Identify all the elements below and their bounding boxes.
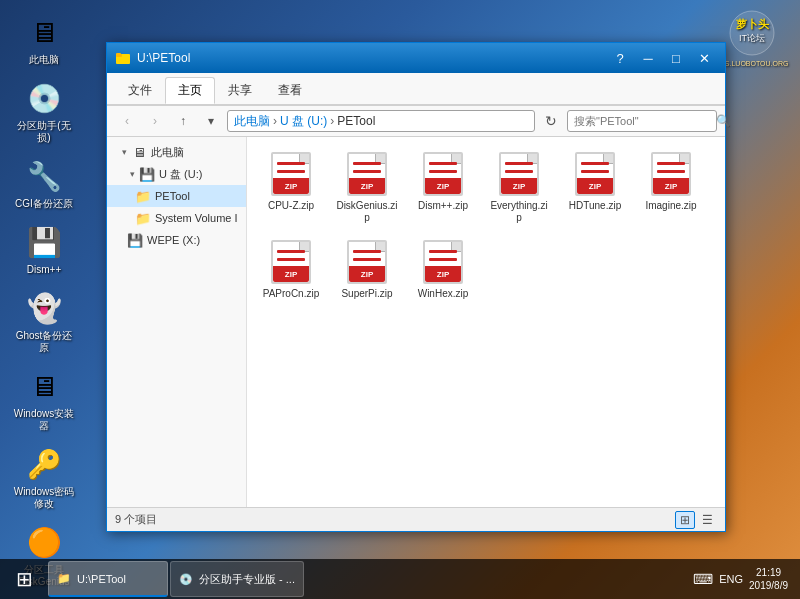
- breadcrumb-thispc[interactable]: 此电脑: [234, 113, 270, 130]
- file-item-5[interactable]: ZIP Imagine.zip: [635, 145, 707, 229]
- ghost-label: Ghost备份还原: [12, 330, 76, 354]
- sidebar-label-thispc: 此电脑: [151, 145, 184, 160]
- dism-icon: 💾: [24, 222, 64, 262]
- this-pc-icon: 🖥: [24, 12, 64, 52]
- sidebar-item-systemvolume[interactable]: 📁 System Volume I: [107, 207, 246, 229]
- tab-file[interactable]: 文件: [115, 77, 165, 104]
- address-bar: ‹ › ↑ ▾ 此电脑 › U 盘 (U:) › PETool ↻ 🔍: [107, 106, 725, 137]
- sidebar-label-udisk: U 盘 (U:): [159, 167, 202, 182]
- start-button[interactable]: ⊞: [4, 561, 44, 597]
- main-content: ▾ 🖥 此电脑 ▾ 💾 U 盘 (U:) 📁 PETool 📁 System V…: [107, 137, 725, 507]
- zip-icon-8: ZIP: [419, 238, 467, 286]
- taskbar-app-explorer-icon: 📁: [57, 572, 71, 585]
- file-item-1[interactable]: ZIP DiskGenius.zip: [331, 145, 403, 229]
- large-icons-button[interactable]: ⊞: [675, 511, 695, 529]
- file-item-8[interactable]: ZIP WinHex.zip: [407, 233, 479, 305]
- help-button[interactable]: ?: [607, 48, 633, 68]
- udisk-icon: 💾: [139, 166, 155, 182]
- sidebar-label-petool: PETool: [155, 190, 190, 202]
- windows-pwd-icon: 🔑: [24, 444, 64, 484]
- file-name-0: CPU-Z.zip: [268, 200, 314, 212]
- desktop-icon-partition-helper[interactable]: 💿 分区助手(无损): [8, 74, 80, 148]
- ghost-icon: 👻: [24, 288, 64, 328]
- file-item-4[interactable]: ZIP HDTune.zip: [559, 145, 631, 229]
- desktop-icon-area: 🖥 此电脑 💿 分区助手(无损) 🔧 CGI备份还原 💾 Dism++ 👻 Gh…: [8, 8, 80, 592]
- file-name-4: HDTune.zip: [569, 200, 621, 212]
- file-item-6[interactable]: ZIP PAProCn.zip: [255, 233, 327, 305]
- taskbar-app-explorer[interactable]: 📁 U:\PETool: [48, 561, 168, 597]
- windows-install-icon: 🖥: [24, 366, 64, 406]
- close-button[interactable]: ✕: [691, 48, 717, 68]
- zip-icon-0: ZIP: [267, 150, 315, 198]
- ribbon-tabs: 文件 主页 共享 查看: [107, 73, 725, 105]
- explorer-window: U:\PETool ? ─ □ ✕ 文件 主页 共享 查看 ‹ › ↑ ▾: [106, 42, 726, 532]
- svg-text:BBS.LUOBOTOU.ORG: BBS.LUOBOTOU.ORG: [716, 60, 789, 67]
- wepe-icon: 💾: [127, 232, 143, 248]
- dism-label: Dism++: [27, 264, 61, 276]
- desktop-icon-dism[interactable]: 💾 Dism++: [8, 218, 80, 280]
- sidebar-label-wepe: WEPE (X:): [147, 234, 200, 246]
- desktop-icon-ghost[interactable]: 👻 Ghost备份还原: [8, 284, 80, 358]
- sidebar-label-systemvolume: System Volume I: [155, 212, 238, 224]
- zip-icon-3: ZIP: [495, 150, 543, 198]
- tray-date-value: 2019/8/9: [749, 579, 788, 592]
- file-item-7[interactable]: ZIP SuperPi.zip: [331, 233, 403, 305]
- desktop-icon-windows-pwd[interactable]: 🔑 Windows密码修改: [8, 440, 80, 514]
- up-button[interactable]: ↑: [171, 110, 195, 132]
- back-button[interactable]: ‹: [115, 110, 139, 132]
- this-pc-label: 此电脑: [29, 54, 59, 66]
- file-item-2[interactable]: ZIP Dism++.zip: [407, 145, 479, 229]
- minimize-button[interactable]: ─: [635, 48, 661, 68]
- diskgenius-icon: 🟠: [24, 522, 64, 562]
- file-name-3: Everything.zip: [488, 200, 550, 224]
- systemvolume-icon: 📁: [135, 210, 151, 226]
- partition-helper-icon: 💿: [24, 78, 64, 118]
- file-name-8: WinHex.zip: [418, 288, 469, 300]
- sidebar-item-thispc[interactable]: ▾ 🖥 此电脑: [107, 141, 246, 163]
- ribbon: 文件 主页 共享 查看: [107, 73, 725, 106]
- taskbar: ⊞ 📁 U:\PETool 💿 分区助手专业版 - ... ⌨ ENG 21:1…: [0, 559, 800, 599]
- zip-icon-6: ZIP: [267, 238, 315, 286]
- file-name-6: PAProCn.zip: [263, 288, 320, 300]
- desktop: 🖥 此电脑 💿 分区助手(无损) 🔧 CGI备份还原 💾 Dism++ 👻 Gh…: [0, 0, 800, 599]
- taskbar-app-partition-label: 分区助手专业版 - ...: [199, 572, 295, 587]
- petool-icon: 📁: [135, 188, 151, 204]
- search-input[interactable]: [574, 115, 712, 127]
- list-view-button[interactable]: ☰: [697, 511, 717, 529]
- file-item-3[interactable]: ZIP Everything.zip: [483, 145, 555, 229]
- tab-view[interactable]: 查看: [265, 77, 315, 104]
- desktop-icon-windows-install[interactable]: 🖥 Windows安装器: [8, 362, 80, 436]
- file-name-5: Imagine.zip: [645, 200, 696, 212]
- location-button[interactable]: ▾: [199, 110, 223, 132]
- maximize-button[interactable]: □: [663, 48, 689, 68]
- svg-rect-6: [116, 53, 121, 56]
- taskbar-app-partition[interactable]: 💿 分区助手专业版 - ...: [170, 561, 304, 597]
- status-count: 9 个项目: [115, 512, 675, 527]
- tab-home[interactable]: 主页: [165, 77, 215, 104]
- zip-icon-1: ZIP: [343, 150, 391, 198]
- title-bar: U:\PETool ? ─ □ ✕: [107, 43, 725, 73]
- desktop-icon-this-pc[interactable]: 🖥 此电脑: [8, 8, 80, 70]
- breadcrumb-udisk[interactable]: U 盘 (U:): [280, 113, 327, 130]
- sidebar-item-udisk[interactable]: ▾ 💾 U 盘 (U:): [107, 163, 246, 185]
- sidebar-item-petool[interactable]: 📁 PETool: [107, 185, 246, 207]
- sidebar-item-wepe[interactable]: 💾 WEPE (X:): [107, 229, 246, 251]
- file-item-0[interactable]: ZIP CPU-Z.zip: [255, 145, 327, 229]
- forward-button[interactable]: ›: [143, 110, 167, 132]
- tray-time-value: 21:19: [749, 566, 788, 579]
- svg-text:萝卜头: 萝卜头: [736, 18, 770, 30]
- refresh-button[interactable]: ↻: [539, 110, 563, 132]
- tab-share[interactable]: 共享: [215, 77, 265, 104]
- file-name-2: Dism++.zip: [418, 200, 468, 212]
- status-bar: 9 个项目 ⊞ ☰: [107, 507, 725, 531]
- view-controls: ⊞ ☰: [675, 511, 717, 529]
- taskbar-apps: 📁 U:\PETool 💿 分区助手专业版 - ...: [44, 561, 685, 597]
- zip-icon-5: ZIP: [647, 150, 695, 198]
- desktop-icon-cgi-backup[interactable]: 🔧 CGI备份还原: [8, 152, 80, 214]
- taskbar-app-explorer-label: U:\PETool: [77, 573, 126, 585]
- partition-helper-label: 分区助手(无损): [12, 120, 76, 144]
- sidebar: ▾ 🖥 此电脑 ▾ 💾 U 盘 (U:) 📁 PETool 📁 System V…: [107, 137, 247, 507]
- search-box[interactable]: 🔍: [567, 110, 717, 132]
- address-path[interactable]: 此电脑 › U 盘 (U:) › PETool: [227, 110, 535, 132]
- windows-install-label: Windows安装器: [12, 408, 76, 432]
